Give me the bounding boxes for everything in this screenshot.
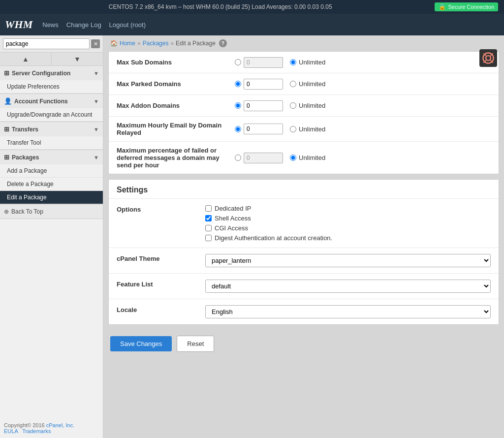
main-layout: ✕ ▲ ▼ ⊞ Server Configuration ▼ Update Pr… [0, 35, 504, 438]
max-addon-domains-value-radio[interactable] [235, 102, 241, 109]
max-sub-domains-value-option[interactable] [235, 57, 283, 68]
max-parked-domains-unlimited-radio[interactable] [290, 81, 296, 87]
locale-select[interactable]: English French German Spanish [205, 305, 491, 318]
secure-connection-label: Secure Connection [448, 4, 494, 10]
breadcrumb-help-button[interactable]: ? [219, 39, 227, 47]
digest-auth-option[interactable]: Digest Authentication at account creatio… [205, 234, 491, 242]
max-sub-domains-label: Max Sub Domains [117, 59, 235, 66]
locale-row: Locale English French German Spanish [109, 299, 499, 324]
breadcrumb-sep-2: » [170, 40, 174, 47]
eula-link[interactable]: EULA [4, 428, 18, 434]
dedicated-ip-option[interactable]: Dedicated IP [205, 205, 491, 212]
max-sub-domains-input[interactable] [244, 57, 283, 68]
dedicated-ip-label: Dedicated IP [215, 205, 251, 212]
feature-list-select[interactable]: default disabled [205, 280, 491, 293]
cpanel-inc-link[interactable]: cPanel, Inc. [46, 422, 74, 428]
sidebar-item-upgrade-downgrade[interactable]: Upgrade/Downgrade an Account [0, 108, 103, 122]
packages-icon: ⊞ [4, 154, 9, 161]
sidebar-item-add-package[interactable]: Add a Package [0, 164, 103, 178]
max-failed-pct-input[interactable] [244, 153, 283, 163]
save-changes-button[interactable]: Save Changes [110, 336, 172, 351]
sidebar-section-header-server-config[interactable]: ⊞ Server Configuration ▼ [0, 66, 103, 80]
max-hourly-email-value-option[interactable] [235, 124, 283, 134]
breadcrumb: 🏠 Home » Packages » Edit a Package ? [103, 35, 504, 51]
max-failed-pct-unlimited-radio[interactable] [290, 155, 296, 161]
nav-bar: WHM News Change Log Logout (root) [0, 14, 504, 35]
cgi-access-checkbox[interactable] [205, 225, 212, 231]
max-hourly-email-unlimited-option[interactable]: Unlimited [290, 125, 325, 133]
feature-list-control: default disabled [205, 280, 491, 293]
sidebar-section-server-configuration: ⊞ Server Configuration ▼ Update Preferen… [0, 66, 103, 94]
breadcrumb-home-link[interactable]: Home [120, 40, 135, 47]
nav-news[interactable]: News [42, 21, 59, 29]
max-addon-domains-unlimited-radio[interactable] [290, 102, 296, 109]
sidebar-scroll-up-button[interactable]: ▲ [0, 53, 52, 65]
max-hourly-email-row: Maximum Hourly Email by Domain Relayed U… [109, 117, 499, 142]
sidebar-item-delete-package[interactable]: Delete a Package [0, 178, 103, 191]
max-parked-domains-unlimited-label: Unlimited [299, 80, 325, 88]
search-clear-button[interactable]: ✕ [91, 39, 100, 48]
sidebar-scroll-down-button[interactable]: ▼ [52, 53, 103, 65]
sidebar-item-edit-package[interactable]: Edit a Package [0, 191, 103, 204]
max-sub-domains-unlimited-option[interactable]: Unlimited [290, 59, 325, 66]
max-sub-domains-unlimited-radio[interactable] [290, 59, 296, 65]
settings-panel-title: Settings [109, 180, 499, 199]
max-failed-pct-value-option[interactable] [235, 153, 283, 163]
max-addon-domains-controls: Unlimited [235, 100, 491, 111]
sidebar-item-update-preferences[interactable]: Update Preferences [0, 80, 103, 94]
max-failed-pct-value-radio[interactable] [235, 155, 241, 161]
packages-label: Packages [12, 154, 39, 161]
breadcrumb-sep-1: » [137, 40, 141, 47]
locale-label: Locale [117, 305, 205, 313]
sidebar-section-header-account-functions[interactable]: 👤 Account Functions ▼ [0, 94, 103, 108]
nav-changelog[interactable]: Change Log [66, 21, 101, 29]
max-failed-pct-unlimited-label: Unlimited [299, 154, 325, 161]
digest-auth-checkbox[interactable] [205, 235, 212, 241]
sidebar-section-header-packages[interactable]: ⊞ Packages ▼ [0, 150, 103, 164]
cpanel-theme-select[interactable]: paper_lantern x3 x3mail [205, 254, 491, 267]
max-addon-domains-value-option[interactable] [235, 100, 283, 111]
max-parked-domains-unlimited-option[interactable]: Unlimited [290, 80, 325, 88]
cgi-access-option[interactable]: CGI Access [205, 224, 491, 232]
max-sub-domains-row: Max Sub Domains Unlimited [109, 52, 499, 73]
trademarks-link[interactable]: Trademarks [22, 428, 51, 434]
max-sub-domains-controls: Unlimited [235, 57, 491, 68]
account-functions-chevron: ▼ [94, 98, 99, 104]
nav-logout[interactable]: Logout (root) [109, 21, 146, 29]
shell-access-checkbox[interactable] [205, 215, 212, 221]
max-addon-domains-input[interactable] [244, 100, 283, 111]
action-bar: Save Changes Reset [103, 330, 504, 358]
max-parked-domains-value-radio[interactable] [235, 81, 241, 87]
max-hourly-email-unlimited-label: Unlimited [299, 125, 325, 133]
max-hourly-email-unlimited-radio[interactable] [290, 126, 296, 132]
max-parked-domains-input[interactable] [244, 79, 283, 90]
max-parked-domains-value-option[interactable] [235, 79, 283, 90]
sidebar-item-transfer-tool[interactable]: Transfer Tool [0, 136, 103, 150]
sidebar-nav-arrows: ▲ ▼ [0, 53, 103, 66]
max-hourly-email-input[interactable] [244, 124, 283, 134]
max-sub-domains-value-radio[interactable] [235, 59, 241, 65]
breadcrumb-home-icon: 🏠 [110, 40, 118, 47]
max-hourly-email-value-radio[interactable] [235, 126, 241, 132]
cpanel-theme-control: paper_lantern x3 x3mail [205, 254, 491, 267]
reset-button[interactable]: Reset [177, 336, 214, 352]
packages-chevron: ▼ [94, 155, 99, 160]
max-addon-domains-unlimited-option[interactable]: Unlimited [290, 102, 325, 109]
max-failed-pct-label: Maximum percentage of failed or deferred… [117, 147, 235, 169]
domain-settings-panel: Max Sub Domains Unlimited Max Parked Dom… [108, 51, 499, 174]
breadcrumb-packages-link[interactable]: Packages [143, 40, 169, 47]
max-addon-domains-row: Max Addon Domains Unlimited [109, 95, 499, 117]
search-input[interactable] [3, 38, 90, 49]
top-bar: CENTOS 7.2 x86_64 kvm – host WHM 60.0 (b… [0, 0, 504, 14]
help-lifesaver-button[interactable] [479, 49, 497, 67]
sidebar-back-to-top[interactable]: ⊕ Back To Top [0, 205, 103, 219]
sidebar-section-header-transfers[interactable]: ⊞ Transfers ▼ [0, 122, 103, 136]
shell-access-option[interactable]: Shell Access [205, 215, 491, 222]
cpanel-theme-label: cPanel Theme [117, 254, 205, 262]
max-hourly-email-controls: Unlimited [235, 124, 491, 134]
max-parked-domains-row: Max Parked Domains Unlimited [109, 73, 499, 95]
dedicated-ip-checkbox[interactable] [205, 205, 212, 212]
account-functions-label: Account Functions [14, 98, 68, 105]
settings-panel: Settings Options Dedicated IP Shell Acce… [108, 179, 499, 325]
max-failed-pct-unlimited-option[interactable]: Unlimited [290, 154, 325, 161]
